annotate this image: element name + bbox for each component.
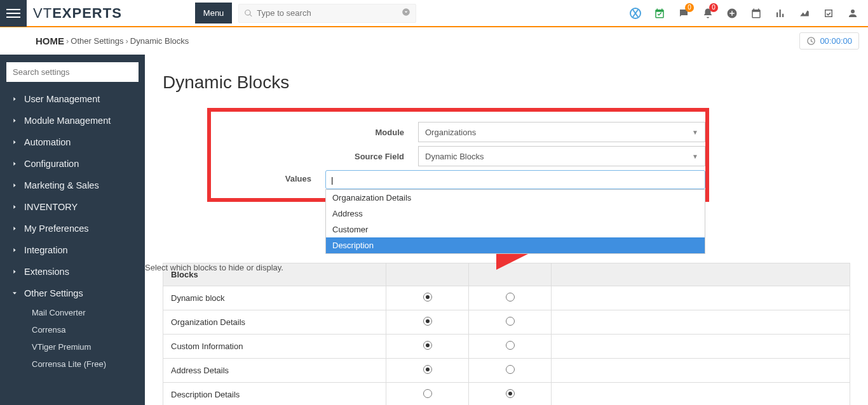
chevron-right-icon — [11, 159, 18, 169]
spacer-cell — [552, 286, 850, 310]
bar-chart-icon[interactable] — [770, 3, 790, 23]
chevron-down-icon: ▼ — [692, 153, 698, 160]
chevron-right-icon — [11, 94, 18, 104]
dropdown-option[interactable]: Customer — [326, 222, 705, 237]
sidebar-item[interactable]: Automation — [0, 131, 145, 153]
sidebar-item-label: Automation — [24, 137, 71, 147]
highlighted-form-area: Module Organizations ▼ Source Field Dyna… — [207, 108, 709, 202]
sidebar-search-input[interactable] — [6, 62, 139, 82]
values-dropdown: Organaization DetailsAddressCustomerDesc… — [325, 189, 705, 254]
sidebar-item[interactable]: Module Management — [0, 110, 145, 131]
sidebar-item-label: Marketing & Sales — [24, 180, 99, 190]
checkbox-icon[interactable] — [818, 3, 839, 23]
calendar-icon[interactable] — [746, 3, 766, 23]
table-row: Address Details — [163, 359, 850, 383]
sidebar-search[interactable] — [6, 62, 139, 82]
sidebar-item[interactable]: Marketing & Sales — [0, 175, 145, 196]
sidebar-item[interactable]: INVENTORY — [0, 196, 145, 218]
topbar: VTEXPERTS Menu 0 0 — [0, 0, 868, 27]
col-opt2 — [469, 263, 552, 286]
sidebar-item[interactable]: Extensions — [0, 261, 145, 282]
sidebar-item[interactable]: Other Settings — [0, 282, 145, 304]
sidebar-sub-item[interactable]: Mail Converter — [0, 304, 145, 321]
sidebar-item-label: Integration — [24, 245, 68, 255]
radio-hide[interactable] — [506, 293, 515, 302]
block-name: Organization Details — [163, 310, 386, 335]
source-field-label: Source Field — [211, 152, 418, 161]
sidebar-item-label: Other Settings — [24, 288, 83, 298]
radio-show[interactable] — [423, 365, 432, 374]
sidebar-sub-item[interactable]: Corrensa — [0, 321, 145, 338]
radio-show[interactable] — [423, 341, 432, 350]
global-search[interactable] — [238, 4, 416, 23]
values-combobox[interactable]: Organaization DetailsAddressCustomerDesc… — [325, 170, 705, 189]
sidebar-item-label: Module Management — [24, 116, 111, 126]
chevron-right-icon: › — [125, 36, 128, 46]
spacer-cell — [552, 359, 850, 383]
top-icons: 0 0 — [625, 3, 863, 23]
radio-hide[interactable] — [506, 341, 515, 350]
sidebar-item[interactable]: User Management — [0, 88, 145, 110]
breadcrumb-home[interactable]: HOME — [36, 36, 64, 46]
radio-hide[interactable] — [506, 365, 515, 374]
source-field-select[interactable]: Dynamic Blocks ▼ — [418, 146, 705, 166]
breadcrumb-level1[interactable]: Other Settings — [71, 36, 123, 46]
hamburger-icon[interactable] — [0, 0, 27, 27]
timer-widget[interactable]: 00:00:00 — [799, 32, 859, 50]
module-value: Organizations — [425, 128, 476, 137]
sidebar-sub-item[interactable]: Corrensa Lite (Free) — [0, 355, 145, 373]
chat-badge: 0 — [685, 3, 694, 12]
spacer-cell — [552, 335, 850, 359]
chevron-right-icon — [11, 223, 18, 234]
area-chart-icon[interactable] — [794, 3, 815, 23]
sidebar-item-label: INVENTORY — [24, 202, 78, 212]
col-spacer — [552, 263, 850, 286]
sidebar-item[interactable]: Integration — [0, 239, 145, 261]
module-select[interactable]: Organizations ▼ — [418, 122, 705, 142]
timer-value: 00:00:00 — [820, 36, 852, 46]
values-input[interactable] — [325, 170, 705, 189]
plus-circle-icon[interactable] — [722, 3, 742, 23]
radio-hide[interactable] — [506, 317, 515, 326]
dropdown-option[interactable]: Description — [326, 237, 705, 253]
global-search-input[interactable] — [257, 8, 402, 18]
table-row: Dynamic block — [163, 286, 850, 310]
main-content: Dynamic Blocks Module Organizations ▼ So… — [145, 55, 868, 405]
sidebar-item[interactable]: My Preferences — [0, 218, 145, 239]
table-row: Description Details — [163, 383, 850, 406]
chevron-down-icon — [11, 288, 18, 298]
dropdown-option[interactable]: Address — [326, 206, 705, 222]
menu-button[interactable]: Menu — [195, 3, 233, 23]
radio-show[interactable] — [423, 389, 432, 398]
chevron-right-icon — [11, 137, 18, 147]
source-field-value: Dynamic Blocks — [425, 152, 484, 161]
spacer-cell — [552, 383, 850, 406]
chevron-down-icon: ▼ — [692, 129, 698, 136]
search-dropdown-icon[interactable] — [402, 8, 410, 18]
radio-show[interactable] — [423, 293, 432, 302]
page-title: Dynamic Blocks — [163, 72, 850, 93]
user-icon[interactable] — [843, 3, 863, 23]
values-label: Values — [211, 174, 325, 183]
sidebar-item-label: My Preferences — [24, 223, 89, 234]
module-label: Module — [211, 128, 418, 137]
radio-show[interactable] — [423, 317, 432, 326]
chevron-right-icon — [11, 245, 18, 255]
chevron-right-icon — [11, 180, 18, 190]
sidebar-sub-item[interactable]: VTiger Premium — [0, 338, 145, 355]
bell-icon[interactable]: 0 — [698, 3, 718, 23]
sidebar-item-label: Extensions — [24, 267, 69, 277]
breadcrumb-level2: Dynamic Blocks — [130, 36, 189, 46]
chat-icon[interactable]: 0 — [674, 3, 694, 23]
dropdown-option[interactable]: Organaization Details — [326, 190, 705, 206]
spacer-cell — [552, 310, 850, 335]
col-opt1 — [386, 263, 469, 286]
brand-logo: VTEXPERTS — [33, 5, 122, 22]
bell-badge: 0 — [709, 3, 718, 12]
app-x-icon[interactable] — [625, 3, 646, 23]
search-icon — [244, 9, 253, 18]
block-name: Address Details — [163, 359, 386, 383]
radio-hide[interactable] — [506, 389, 515, 398]
sidebar-item[interactable]: Configuration — [0, 153, 145, 175]
calendar-check-icon[interactable] — [649, 3, 670, 23]
